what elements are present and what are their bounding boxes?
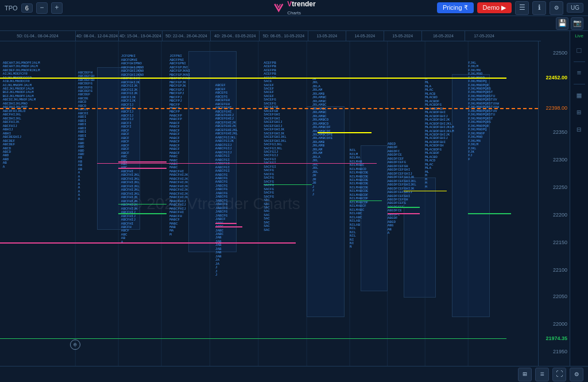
menu-icon[interactable]: ☰ xyxy=(515,1,529,15)
sidebar-divider xyxy=(574,61,585,62)
sidebar-icon-grid2[interactable]: ⊞ xyxy=(572,105,587,120)
price-22398: 22398.00 xyxy=(546,105,567,111)
tpo-green-6a xyxy=(264,184,312,186)
tpo-col-1: ABCHATJKLMNOPFJALM ABCHATJKLMNDFJALM ABC… xyxy=(3,57,73,173)
sidebar-icon-square[interactable]: □ xyxy=(572,43,587,58)
tpo-magenta-4 xyxy=(118,168,167,169)
tpo-value[interactable]: 6 xyxy=(21,3,33,13)
toolbar-left: TPO 6 − + xyxy=(5,2,63,14)
sidebar-icon-grid1[interactable]: ▦ xyxy=(572,88,587,103)
tpo-col-8: NIL NILM NILMA NILMAB NILMABC NILMABCD N… xyxy=(350,145,382,253)
live-indicator: Live xyxy=(575,33,583,38)
settings-icon[interactable]: ⚙ xyxy=(550,1,563,15)
pricing-button[interactable]: Pricing ₹ xyxy=(437,2,474,13)
tpo-increase-button[interactable]: + xyxy=(51,2,63,14)
sidebar-icon-grid3[interactable]: ⊟ xyxy=(572,122,587,137)
info-icon[interactable]: ℹ xyxy=(532,1,546,15)
tpo-green-1 xyxy=(118,204,167,205)
price-22452: 22452.00 xyxy=(546,75,567,80)
tpo-label: TPO xyxy=(5,5,18,11)
tpo-col-10: M ML MLA MLAC MLACB MLACBD MLACBDF MLACB… xyxy=(425,74,463,193)
bottom-fullscreen[interactable]: ⛶ xyxy=(552,368,566,381)
yellow-segment-2 xyxy=(404,191,447,192)
sidebar-divider-2 xyxy=(574,84,585,84)
tpo-col-2: ABCDEFH ABCDEFGH ABCDEFGH ABCDEFG ABCDEF… xyxy=(78,67,121,204)
price-21974: 21974.35 xyxy=(546,335,567,341)
tpo-col-7: JR JRL JRLA JRLAM JRLAMB JRLAMBC JRLAMBC… xyxy=(312,74,350,200)
sidebar-icon-lines[interactable]: ≡ xyxy=(572,65,587,80)
yellow-segment-1 xyxy=(318,132,372,133)
tpo-green-9 xyxy=(388,207,420,208)
tpo-green-11a xyxy=(468,213,511,214)
chart-canvas: © 2024 Vtrender Charts xyxy=(0,41,538,366)
bottom-icon-1[interactable]: ⊞ xyxy=(518,368,532,381)
price-22500: 22500 xyxy=(553,50,567,56)
date-cell-1: 5D: 01-04.. 08-04-2024 xyxy=(0,31,76,41)
price-scale: 22500 22452.00 22398.00 22350 22300 2225… xyxy=(538,41,570,366)
tpo-col-4: JCFPNI ABCFPNI ABCFGPNI ABCFGPJNI ABCFGP… xyxy=(169,51,218,241)
price-line-21974 xyxy=(0,338,506,339)
toolbar-right: Pricing ₹ Demo ▶ ☰ ℹ ⚙ UG xyxy=(437,1,583,15)
tpo-magenta-5 xyxy=(215,223,237,224)
tpo-col-9: ABGD ABGDF ABGDFC ABGDFCE ABGDFCEF ABGDF… xyxy=(388,139,420,240)
price-22100: 22100 xyxy=(553,267,567,273)
tpo-col-11: FJKL FJKLM FJKLMN FJKLMNO FJKLMNOP FJKLM… xyxy=(468,57,511,165)
chart-area: 5D: 01-04.. 08-04-2024 4D: 08-04.. 12-04… xyxy=(0,31,570,366)
logo: Vtrender Charts xyxy=(272,0,315,16)
price-22050: 22050 xyxy=(553,294,567,299)
date-cell-3: 4D: 15-04.. 19-04-2024 xyxy=(119,31,162,41)
date-cell-2: 4D: 08-04.. 12-04-2024 xyxy=(76,31,119,41)
date-cell-8: 14-05-2024 xyxy=(346,31,384,41)
date-header: 5D: 01-04.. 08-04-2024 4D: 08-04.. 12-04… xyxy=(0,31,541,41)
price-21950: 21950 xyxy=(553,349,567,354)
price-line-22398 xyxy=(0,108,538,109)
bottom-toolbar: ⊞ ≡ ⛶ ⚙ xyxy=(0,366,588,382)
price-22250: 22250 xyxy=(553,184,567,190)
date-cell-4: 5D: 22-04.. 26-04-2024 xyxy=(163,31,211,41)
screenshot-button[interactable]: 📷 xyxy=(571,17,583,30)
right-sidebar: Live □ ≡ ▦ ⊞ ⊟ xyxy=(570,31,588,366)
date-cell-5: 4D: 29-04.. 03-05-2024 xyxy=(211,31,260,41)
tpo-magenta-9 xyxy=(388,213,420,214)
price-22150: 22150 xyxy=(553,240,567,245)
bottom-settings[interactable]: ⚙ xyxy=(570,368,583,381)
date-cell-11: 17-05-2024 xyxy=(465,31,503,41)
secondary-toolbar: 💾 📷 xyxy=(0,16,588,31)
price-22300: 22300 xyxy=(553,157,567,163)
bottom-icon-2[interactable]: ≡ xyxy=(535,368,549,381)
magenta-line-1 xyxy=(0,242,296,244)
price-22350: 22350 xyxy=(553,129,567,135)
date-cell-9: 15-05-2024 xyxy=(384,31,422,41)
date-cell-7: 13-05-2024 xyxy=(308,31,346,41)
price-22000: 22000 xyxy=(553,321,567,327)
demo-button[interactable]: Demo ▶ xyxy=(477,2,512,13)
tpo-col-5: ABCEF ABCEF ABCEFG ABCEFG ABCEFGH ABCEFG… xyxy=(215,80,264,281)
tpo-decrease-button[interactable]: − xyxy=(36,2,48,14)
tpo-magenta-3 xyxy=(118,161,167,163)
tpo-col-3: JCFGMHI ABCFGMHI ABCFGHIMNO ABCFGHIJMNO … xyxy=(121,51,169,248)
tpo-col-6: ACEFPB ACEFPB ACEFPB ACEFPB ACEFPB SACE … xyxy=(264,57,312,236)
logo-text: Vtrender Charts xyxy=(287,0,315,16)
tpo-magenta-6 xyxy=(215,226,242,227)
crosshair-icon[interactable]: ⊕ xyxy=(70,339,80,350)
save-button[interactable]: 💾 xyxy=(556,17,568,30)
date-cell-6: 5D: 06-05.. 10-05-2024 xyxy=(260,31,308,41)
date-cell-10: 16-05-2024 xyxy=(422,31,465,41)
tpo-green-2 xyxy=(118,213,167,214)
magenta-line-2 xyxy=(97,163,377,164)
user-badge[interactable]: UG xyxy=(567,3,583,13)
main-toolbar: TPO 6 − + Vtrender Charts Pricing ₹ Demo… xyxy=(0,0,588,16)
price-22200: 22200 xyxy=(553,212,567,218)
price-line-22452 xyxy=(0,78,506,79)
tpo-green-8 xyxy=(350,200,382,202)
